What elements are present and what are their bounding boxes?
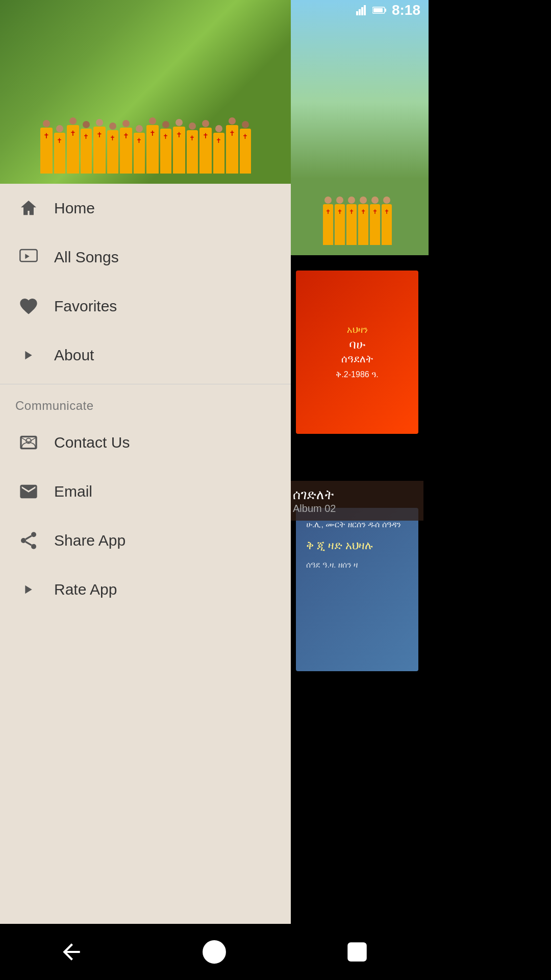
email-icon: [15, 478, 42, 505]
svg-point-9: [31, 532, 36, 537]
about-icon: [15, 342, 42, 369]
svg-rect-6: [373, 8, 383, 12]
bottom-nav-bar: [0, 924, 429, 980]
all-songs-icon: [15, 244, 42, 271]
battery-icon: [372, 6, 387, 14]
svg-rect-3: [364, 5, 366, 15]
back-button[interactable]: [51, 932, 92, 972]
svg-rect-2: [361, 7, 363, 15]
menu-item-contact-us[interactable]: Contact Us: [0, 418, 291, 467]
svg-rect-7: [20, 250, 37, 261]
svg-point-10: [21, 538, 26, 543]
main-menu-section: Home All Songs Favorites: [0, 184, 291, 614]
status-icons: [356, 5, 387, 15]
contact-icon: [15, 429, 42, 456]
home-label: Home: [54, 200, 95, 217]
all-songs-label: All Songs: [54, 249, 119, 266]
album1-label: Album 02: [293, 503, 416, 514]
svg-rect-15: [348, 943, 365, 960]
home-icon: [15, 195, 42, 222]
album1-amharic-title: ሰገድለት: [293, 487, 416, 503]
share-icon: [15, 527, 42, 554]
rate-app-label: Rate App: [54, 581, 117, 598]
menu-item-share-app[interactable]: Share App: [0, 516, 291, 565]
album1-content: አህዛን ባሁ ሰዓደለት ቅ.2-1986 ዓ.: [331, 319, 383, 385]
about-label: About: [54, 347, 94, 364]
favorites-label: Favorites: [54, 298, 117, 315]
email-label: Email: [54, 483, 92, 500]
rate-icon: [15, 576, 42, 603]
recent-apps-button[interactable]: [337, 932, 378, 972]
right-choir-photo: ✝ ✝ ✝ ✝ ✝ ✝: [286, 0, 429, 255]
svg-rect-0: [356, 11, 358, 15]
svg-point-11: [31, 544, 36, 549]
album-card-1[interactable]: አህዛን ባሁ ሰዓደለት ቅ.2-1986 ዓ.: [296, 271, 418, 434]
svg-point-14: [204, 941, 225, 963]
album-card-2[interactable]: ሁ.ሊ, ሙርት ዘርሰን ዱሰ ሰዓዳን ቅ ጂ ዛድ አህዛሉ ሰዓደ ዓ.…: [296, 508, 418, 671]
menu-item-email[interactable]: Email: [0, 467, 291, 516]
favorites-icon: [15, 293, 42, 320]
share-app-label: Share App: [54, 532, 126, 549]
communicate-section-header: Communicate: [0, 388, 291, 418]
svg-line-12: [26, 542, 31, 546]
svg-line-13: [26, 536, 31, 540]
menu-item-home[interactable]: Home: [0, 184, 291, 233]
status-bar: 8:18: [286, 0, 429, 20]
contact-us-label: Contact Us: [54, 434, 130, 451]
communicate-divider: [0, 384, 291, 384]
album1-overlay: ሰገድለት Album 02: [286, 481, 423, 521]
navigation-drawer: ✝ ✝ ✝ ✝ ✝ ✝ ✝ ✝ ✝ ✝ ✝ ✝ ✝ ✝ ✝ ✝ Hom: [0, 0, 291, 980]
signal-icon: [356, 5, 368, 15]
svg-rect-1: [359, 9, 361, 15]
menu-item-favorites[interactable]: Favorites: [0, 282, 291, 331]
menu-item-all-songs[interactable]: All Songs: [0, 233, 291, 282]
drawer-header-photo: ✝ ✝ ✝ ✝ ✝ ✝ ✝ ✝ ✝ ✝ ✝ ✝ ✝ ✝ ✝ ✝: [0, 0, 291, 184]
menu-item-rate-app[interactable]: Rate App: [0, 565, 291, 614]
menu-item-about[interactable]: About: [0, 331, 291, 380]
status-time: 8:18: [392, 2, 420, 18]
home-button[interactable]: [194, 932, 235, 972]
svg-rect-5: [385, 9, 386, 12]
